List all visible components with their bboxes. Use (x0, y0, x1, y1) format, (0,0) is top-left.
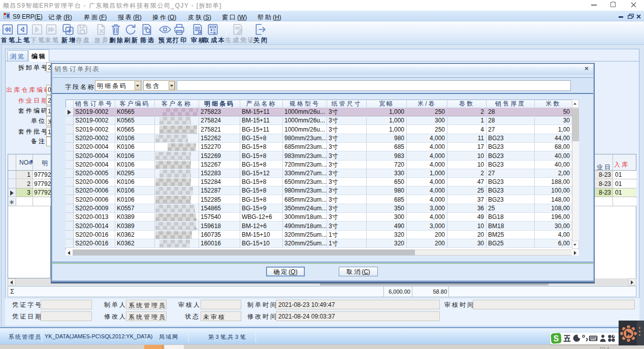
svg-text:S: S (554, 334, 559, 343)
